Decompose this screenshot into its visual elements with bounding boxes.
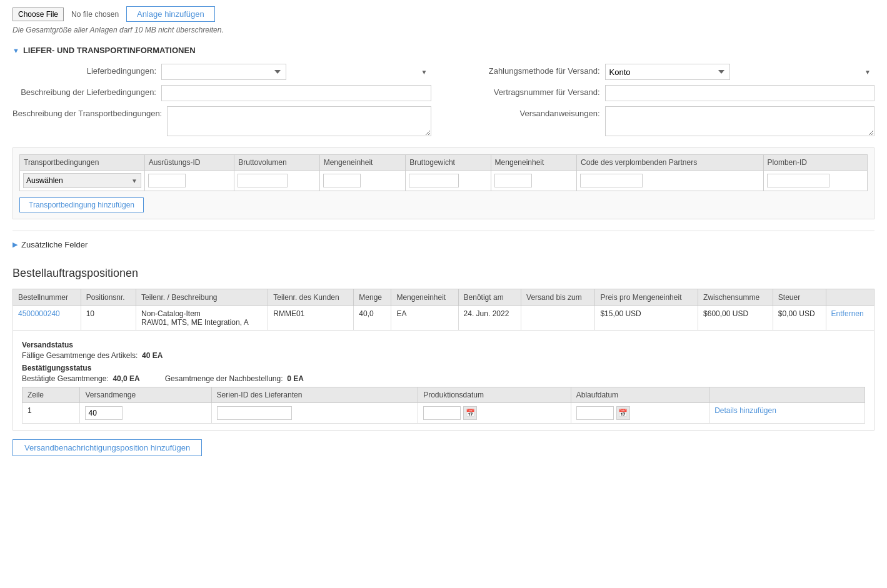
detail-produktionsdatum-input[interactable] bbox=[423, 406, 461, 420]
zusaetzliche-felder-label: Zusätzliche Felder bbox=[21, 240, 88, 249]
order-col-steuer: Steuer bbox=[773, 289, 826, 306]
transport-col-mengeneinheit1: Mengeneinheit bbox=[319, 155, 406, 171]
transport-col-bruttogewicht: Bruttogewicht bbox=[406, 155, 491, 171]
transport-table: Transportbedingungen Ausrüstungs-ID Brut… bbox=[19, 154, 868, 191]
versandposition-hinzufuegen-button[interactable]: Versandbenachrichtigungsposition hinzufü… bbox=[13, 439, 202, 456]
lieferbedingungen-row: Lieferbedingungen: ▼ bbox=[13, 64, 431, 80]
detail-serien-id-input[interactable] bbox=[217, 406, 292, 420]
transport-col-plomben: Plomben-ID bbox=[763, 155, 867, 171]
bottom-btn-wrap: Versandbenachrichtigungsposition hinzufü… bbox=[13, 431, 874, 456]
versandanweisungen-label: Versandanweisungen: bbox=[456, 106, 600, 118]
zahlungsmethode-label: Zahlungsmethode für Versand: bbox=[456, 64, 600, 76]
detail-col-produktionsdatum: Produktionsdatum bbox=[418, 387, 571, 403]
zahlungsmethode-chevron-icon: ▼ bbox=[864, 69, 871, 76]
beschreibung-lieferbedingungen-input[interactable] bbox=[161, 85, 431, 101]
file-upload-section: Choose File No file chosen Anlage hinzuf… bbox=[13, 6, 874, 22]
zahlungsmethode-row: Zahlungsmethode für Versand: Konto ▼ bbox=[456, 64, 875, 80]
order-positions-table: Bestellnummer Positionsnr. Teilenr. / Be… bbox=[13, 289, 874, 431]
transport-col-ausruestung: Ausrüstungs-ID bbox=[144, 155, 234, 171]
order-positions-title: Bestellauftragspositionen bbox=[13, 267, 874, 280]
benoetigt-cell: 24. Jun. 2022 bbox=[458, 306, 521, 331]
lieferbedingungen-label: Lieferbedingungen: bbox=[13, 64, 156, 76]
versandanweisungen-textarea[interactable] bbox=[605, 106, 875, 136]
faellige-gesamtmenge-text: Fällige Gesamtmenge des Artikels: 40 EA bbox=[22, 351, 865, 360]
transport-table-row: Auswählen ▼ bbox=[20, 171, 868, 191]
transport-mengeneinheit2-input[interactable] bbox=[494, 174, 532, 187]
order-col-versand-bis: Versand bis zum bbox=[521, 289, 595, 306]
transport-col-bruttovolumen: Bruttovolumen bbox=[234, 155, 319, 171]
positionsnr-cell: 10 bbox=[81, 306, 136, 331]
vertragsnummer-row: Vertragsnummer für Versand: bbox=[456, 85, 875, 101]
liefer-section-header[interactable]: ▼ LIEFER- UND TRANSPORTINFORMATIONEN bbox=[13, 46, 874, 55]
liefer-left-col: Lieferbedingungen: ▼ Beschreibung der Li… bbox=[13, 64, 431, 136]
transport-plomben-id-input[interactable] bbox=[767, 174, 829, 187]
teilenr-cell: Non-Catalog-Item RAW01, MTS, ME Integrat… bbox=[136, 306, 268, 331]
vertragsnummer-input[interactable] bbox=[605, 85, 875, 101]
steuer-cell: $0,00 USD bbox=[773, 306, 826, 331]
bestellnummer-link[interactable]: 4500000240 bbox=[18, 309, 60, 318]
lieferbedingungen-select[interactable] bbox=[161, 64, 286, 80]
teilenr-kunde-cell: RMME01 bbox=[268, 306, 354, 331]
detail-col-versandmenge: Versandmenge bbox=[80, 387, 211, 403]
liefer-right-col: Zahlungsmethode für Versand: Konto ▼ Ver… bbox=[456, 64, 875, 136]
detail-ablaufdatum-input[interactable] bbox=[576, 406, 614, 420]
order-col-preis: Preis pro Mengeneinheit bbox=[595, 289, 698, 306]
detail-col-serien-id: Serien-ID des Lieferanten bbox=[211, 387, 418, 403]
beschreibung-transportbedingungen-textarea[interactable] bbox=[167, 106, 431, 136]
transport-table-wrapper: Transportbedingungen Ausrüstungs-ID Brut… bbox=[13, 147, 874, 219]
versand-bis-cell bbox=[521, 306, 595, 331]
beschreibung-lieferbedingungen-row: Beschreibung der Lieferbedingungen: bbox=[13, 85, 431, 101]
remove-link[interactable]: Entfernen bbox=[831, 309, 864, 318]
anlage-hinzufuegen-button[interactable]: Anlage hinzufügen bbox=[126, 6, 215, 22]
order-col-positionsnr: Positionsnr. bbox=[81, 289, 136, 306]
liefer-form-grid: Lieferbedingungen: ▼ Beschreibung der Li… bbox=[13, 64, 874, 136]
order-col-teilenr-kunde: Teilenr. des Kunden bbox=[268, 289, 354, 306]
order-col-zwischensumme: Zwischensumme bbox=[698, 289, 773, 306]
preis-cell: $15,00 USD bbox=[595, 306, 698, 331]
order-col-menge: Menge bbox=[354, 289, 391, 306]
transport-ausruestungs-id-input[interactable] bbox=[148, 174, 186, 187]
transport-bruttogewicht-input[interactable] bbox=[409, 174, 459, 187]
expand-arrow-icon: ▶ bbox=[13, 241, 18, 249]
transport-mengeneinheit1-input[interactable] bbox=[323, 174, 361, 187]
detail-table-row: 1 📅 bbox=[23, 403, 865, 424]
order-table-row: 4500000240 10 Non-Catalog-Item RAW01, MT… bbox=[13, 306, 874, 331]
transport-col-bedingungen: Transportbedingungen bbox=[20, 155, 145, 171]
transport-col-code: Code des verplombenden Partners bbox=[577, 155, 763, 171]
versandstatus-label: Versandstatus bbox=[22, 341, 865, 349]
order-col-mengeneinheit: Mengeneinheit bbox=[391, 289, 458, 306]
details-hinzufuegen-link[interactable]: Details hinzufügen bbox=[714, 406, 776, 415]
transport-code-input[interactable] bbox=[580, 174, 643, 187]
beschreibung-transportbedingungen-row: Beschreibung der Transportbedingungen: bbox=[13, 106, 431, 136]
choose-file-button[interactable]: Choose File bbox=[13, 7, 64, 21]
order-col-bestellnummer: Bestellnummer bbox=[13, 289, 81, 306]
detail-table: Zeile Versandmenge Serien-ID des Liefera… bbox=[22, 387, 865, 424]
ablaufdatum-calendar-icon[interactable]: 📅 bbox=[616, 406, 630, 420]
liefer-section-title: LIEFER- UND TRANSPORTINFORMATIONEN bbox=[23, 46, 196, 55]
detail-versandmenge-input[interactable] bbox=[85, 406, 123, 420]
file-size-note: Die Gesamtgröße aller Anlagen darf 10 MB… bbox=[13, 26, 874, 34]
order-col-teilenr: Teilenr. / Beschreibung bbox=[136, 289, 268, 306]
order-detail-row: Versandstatus Fällige Gesamtmenge des Ar… bbox=[13, 331, 874, 431]
bestaetigung-values-text: Bestätigte Gesamtmenge: 40,0 EA Gesamtme… bbox=[22, 374, 865, 383]
mengeneinheit-cell: EA bbox=[391, 306, 458, 331]
transport-bedingungen-select[interactable]: Auswählen bbox=[23, 173, 141, 188]
transport-add-button[interactable]: Transportbedingung hinzufügen bbox=[19, 197, 144, 212]
detail-zeile-cell: 1 bbox=[23, 403, 80, 424]
transport-col-mengeneinheit2: Mengeneinheit bbox=[491, 155, 577, 171]
beschreibung-transportbedingungen-label: Beschreibung der Transportbedingungen: bbox=[13, 106, 162, 118]
produktionsdatum-calendar-icon[interactable]: 📅 bbox=[463, 406, 477, 420]
bestaetigungsstatus-label: Bestätigungsstatus bbox=[22, 364, 865, 372]
vertragsnummer-label: Vertragsnummer für Versand: bbox=[456, 85, 600, 97]
order-col-benoetigt: Benötigt am bbox=[458, 289, 521, 306]
transport-bruttovolumen-input[interactable] bbox=[238, 174, 288, 187]
zahlungsmethode-select[interactable]: Konto bbox=[605, 64, 730, 80]
no-file-text: No file chosen bbox=[71, 10, 119, 19]
detail-ablaufdatum-wrap: 📅 bbox=[576, 406, 704, 420]
detail-col-zeile: Zeile bbox=[23, 387, 80, 403]
zusaetzliche-felder-section[interactable]: ▶ Zusätzliche Felder bbox=[13, 231, 874, 249]
beschreibung-lieferbedingungen-label: Beschreibung der Lieferbedingungen: bbox=[13, 85, 156, 97]
detail-produktionsdatum-wrap: 📅 bbox=[423, 406, 566, 420]
menge-cell: 40,0 bbox=[354, 306, 391, 331]
zwischensumme-cell: $600,00 USD bbox=[698, 306, 773, 331]
